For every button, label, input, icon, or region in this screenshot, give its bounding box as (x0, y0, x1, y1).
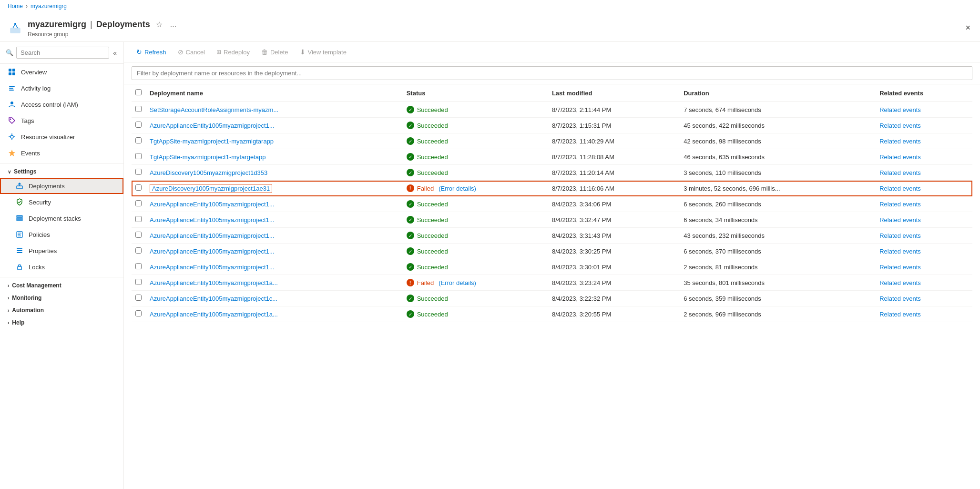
related-events-link[interactable]: Related events (879, 153, 921, 161)
deployment-name-link[interactable]: AzureApplianceEntity1005myazmigproject1a… (150, 279, 278, 286)
related-events-link[interactable]: Related events (879, 201, 921, 208)
row-checkbox[interactable] (135, 106, 142, 112)
status-success-icon: ✓ (407, 137, 414, 145)
sidebar-item-overview[interactable]: Overview (0, 64, 123, 80)
row-checkbox[interactable] (135, 122, 142, 128)
breadcrumb-resource[interactable]: myazuremigrg (31, 3, 67, 10)
row-checkbox[interactable] (135, 310, 142, 316)
deployment-name-link[interactable]: AzureApplianceEntity1005myazmigproject1.… (150, 216, 275, 224)
sidebar-item-security[interactable]: Security (0, 194, 123, 210)
row-checkbox[interactable] (135, 153, 142, 159)
svg-rect-5 (12, 72, 15, 75)
deployment-name-link[interactable]: AzureApplianceEntity1005myazmigproject1.… (150, 248, 275, 255)
resource-name: myazuremigrg (28, 20, 86, 30)
related-events-link[interactable]: Related events (879, 264, 921, 271)
related-events-link[interactable]: Related events (879, 232, 921, 239)
deployment-name-link[interactable]: AzureApplianceEntity1005myazmigproject1.… (150, 122, 275, 129)
help-chevron-icon: › (8, 320, 9, 326)
sidebar-item-policies[interactable]: Policies (0, 226, 123, 243)
related-events-link[interactable]: Related events (879, 295, 921, 302)
row-checkbox[interactable] (135, 247, 142, 254)
deployments-table: Deployment name Status Last modified Dur… (132, 84, 972, 322)
related-events-link[interactable]: Related events (879, 185, 921, 192)
refresh-button[interactable]: ↻ Refresh (132, 46, 171, 58)
svg-marker-16 (9, 150, 15, 156)
properties-icon (15, 246, 24, 255)
sidebar-item-tags[interactable]: Tags (0, 112, 123, 129)
sidebar-item-events[interactable]: Events (0, 145, 123, 161)
cancel-button[interactable]: ⊘ Cancel (173, 46, 210, 58)
duration-cell: 2 seconds, 81 milliseconds (680, 259, 876, 275)
main-content: ↻ Refresh ⊘ Cancel ⊞ Redeploy 🗑 Delete ⬇… (124, 42, 980, 489)
deployment-name-link[interactable]: SetStorageAccountRoleAssignments-myazm..… (150, 106, 278, 113)
deployment-name-link[interactable]: AzureApplianceEntity1005myazmigproject1.… (150, 264, 275, 271)
related-events-link[interactable]: Related events (879, 169, 921, 176)
svg-point-11 (10, 135, 13, 138)
status-success-icon: ✓ (407, 153, 414, 161)
svg-rect-25 (17, 248, 22, 249)
duration-cell: 2 seconds, 969 milliseconds (680, 306, 876, 322)
related-events-link[interactable]: Related events (879, 122, 921, 129)
deployment-name-link[interactable]: TgtAppSite-myazmigproject1-myazmigtarapp (150, 138, 274, 145)
sidebar-item-locks[interactable]: Locks (0, 259, 123, 275)
search-input[interactable] (16, 47, 109, 59)
automation-chevron-icon: › (8, 308, 9, 313)
table-row: AzureApplianceEntity1005myazmigproject1.… (132, 244, 972, 259)
close-button[interactable]: × (963, 21, 972, 35)
favorite-button[interactable]: ☆ (154, 18, 164, 31)
deployment-name-link[interactable]: AzureApplianceEntity1005myazmigproject1.… (150, 201, 275, 208)
row-checkbox[interactable] (135, 216, 142, 222)
sidebar-item-label: Properties (29, 247, 57, 255)
status-text: Failed (417, 185, 434, 192)
settings-section-header[interactable]: ∨ Settings (0, 165, 123, 178)
help-section[interactable]: › Help (0, 316, 123, 329)
cost-management-section[interactable]: › Cost Management (0, 279, 123, 292)
delete-button[interactable]: 🗑 Delete (256, 46, 293, 58)
sidebar-item-iam[interactable]: Access control (IAM) (0, 96, 123, 112)
view-template-label: View template (308, 49, 347, 56)
related-events-link[interactable]: Related events (879, 138, 921, 145)
related-events-link[interactable]: Related events (879, 216, 921, 224)
select-all-checkbox[interactable] (135, 89, 142, 95)
svg-rect-6 (9, 86, 15, 87)
error-details-link[interactable]: (Error details) (439, 185, 476, 192)
deployment-name-link[interactable]: AzureDiscovery1005myazmigproject1ae31 (150, 184, 272, 193)
redeploy-button[interactable]: ⊞ Redeploy (212, 46, 255, 58)
row-checkbox[interactable] (135, 169, 142, 175)
view-template-button[interactable]: ⬇ View template (295, 46, 351, 58)
row-checkbox[interactable] (135, 295, 142, 301)
sidebar-item-deployments[interactable]: Deployments (0, 178, 123, 194)
row-checkbox[interactable] (135, 137, 142, 143)
table-row: AzureApplianceEntity1005myazmigproject1a… (132, 306, 972, 322)
related-events-link[interactable]: Related events (879, 106, 921, 113)
deployment-name-link[interactable]: AzureApplianceEntity1005myazmigproject1c… (150, 295, 277, 302)
row-checkbox[interactable] (135, 232, 142, 238)
sidebar-item-resource-visualizer[interactable]: Resource visualizer (0, 129, 123, 145)
related-events-link[interactable]: Related events (879, 248, 921, 255)
monitoring-section[interactable]: › Monitoring (0, 292, 123, 304)
sidebar-item-properties[interactable]: Properties (0, 243, 123, 259)
related-events-link[interactable]: Related events (879, 279, 921, 286)
row-checkbox[interactable] (135, 184, 142, 191)
deployment-name-link[interactable]: TgtAppSite-myazmigproject1-mytargetapp (150, 153, 266, 161)
filter-input[interactable] (132, 66, 972, 80)
status-text: Succeeded (417, 201, 448, 208)
svg-rect-26 (17, 250, 22, 251)
row-checkbox[interactable] (135, 200, 142, 206)
breadcrumb-home[interactable]: Home (8, 3, 23, 10)
sidebar-item-deployment-stacks[interactable]: Deployment stacks (0, 210, 123, 226)
collapse-sidebar-button[interactable]: « (112, 48, 118, 58)
deployment-name-link[interactable]: AzureDiscovery1005myazmigproject1d353 (150, 169, 267, 176)
automation-section[interactable]: › Automation (0, 304, 123, 316)
related-events-link[interactable]: Related events (879, 311, 921, 318)
table-row: AzureApplianceEntity1005myazmigproject1.… (132, 212, 972, 228)
row-checkbox[interactable] (135, 263, 142, 269)
sidebar-item-activity-log[interactable]: Activity log (0, 80, 123, 96)
status-text: Succeeded (417, 232, 448, 239)
more-options-button[interactable]: ... (168, 19, 178, 31)
row-checkbox[interactable] (135, 279, 142, 285)
deployment-name-link[interactable]: AzureApplianceEntity1005myazmigproject1.… (150, 232, 275, 239)
svg-rect-27 (17, 252, 22, 253)
error-details-link[interactable]: (Error details) (439, 279, 476, 286)
deployment-name-link[interactable]: AzureApplianceEntity1005myazmigproject1a… (150, 311, 278, 318)
